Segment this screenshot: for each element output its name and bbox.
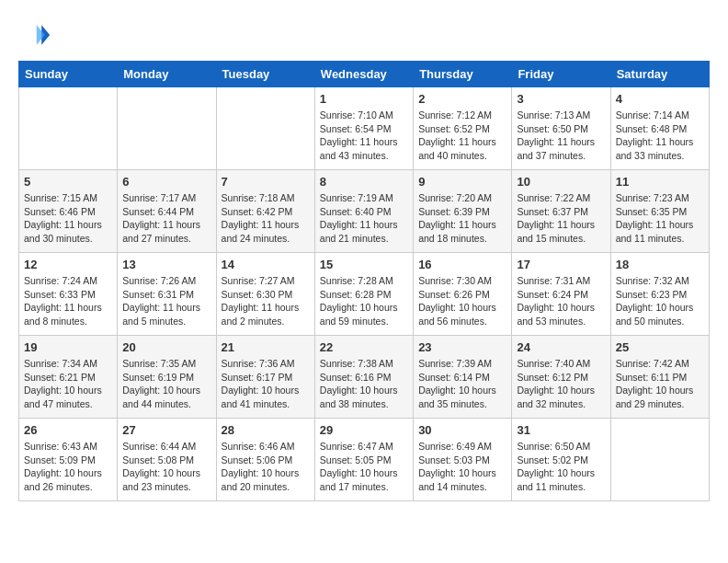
calendar-cell: 3Sunrise: 7:13 AM Sunset: 6:50 PM Daylig…	[512, 87, 610, 170]
calendar-cell: 16Sunrise: 7:30 AM Sunset: 6:26 PM Dayli…	[414, 253, 512, 336]
day-info: Sunrise: 7:19 AM Sunset: 6:40 PM Dayligh…	[320, 191, 408, 246]
weekday-header-sunday: Sunday	[19, 62, 118, 87]
calendar-cell: 19Sunrise: 7:34 AM Sunset: 6:21 PM Dayli…	[19, 336, 118, 419]
day-number: 26	[24, 423, 112, 437]
logo-icon	[18, 18, 51, 52]
week-row-3: 12Sunrise: 7:24 AM Sunset: 6:33 PM Dayli…	[19, 253, 710, 336]
calendar-cell: 13Sunrise: 7:26 AM Sunset: 6:31 PM Dayli…	[118, 253, 216, 336]
day-number: 3	[517, 92, 605, 106]
day-info: Sunrise: 6:49 AM Sunset: 5:03 PM Dayligh…	[418, 440, 506, 494]
day-info: Sunrise: 7:15 AM Sunset: 6:46 PM Dayligh…	[24, 191, 112, 246]
weekday-header-thursday: Thursday	[414, 62, 512, 87]
day-number: 12	[24, 258, 112, 271]
day-info: Sunrise: 7:18 AM Sunset: 6:42 PM Dayligh…	[222, 191, 310, 246]
day-info: Sunrise: 7:32 AM Sunset: 6:23 PM Dayligh…	[616, 274, 704, 328]
calendar-cell: 12Sunrise: 7:24 AM Sunset: 6:33 PM Dayli…	[19, 253, 118, 336]
day-info: Sunrise: 6:46 AM Sunset: 5:06 PM Dayligh…	[222, 440, 310, 494]
weekday-header-wednesday: Wednesday	[314, 62, 413, 87]
calendar-cell: 31Sunrise: 6:50 AM Sunset: 5:02 PM Dayli…	[512, 419, 610, 501]
day-info: Sunrise: 7:28 AM Sunset: 6:28 PM Dayligh…	[320, 274, 408, 328]
page-header	[18, 18, 710, 52]
day-number: 27	[122, 423, 210, 437]
day-info: Sunrise: 7:39 AM Sunset: 6:14 PM Dayligh…	[418, 357, 506, 411]
calendar-cell: 17Sunrise: 7:31 AM Sunset: 6:24 PM Dayli…	[512, 253, 610, 336]
calendar-cell: 6Sunrise: 7:17 AM Sunset: 6:44 PM Daylig…	[118, 170, 216, 253]
calendar-cell: 27Sunrise: 6:44 AM Sunset: 5:08 PM Dayli…	[118, 419, 216, 501]
day-info: Sunrise: 7:14 AM Sunset: 6:48 PM Dayligh…	[616, 109, 704, 163]
day-info: Sunrise: 7:10 AM Sunset: 6:54 PM Dayligh…	[320, 109, 408, 163]
calendar-cell	[216, 87, 314, 170]
weekday-header-saturday: Saturday	[610, 62, 709, 87]
day-number: 17	[517, 258, 605, 271]
calendar-cell: 25Sunrise: 7:42 AM Sunset: 6:11 PM Dayli…	[610, 336, 709, 419]
calendar-cell	[19, 87, 118, 170]
calendar-cell	[610, 419, 709, 501]
calendar-cell: 14Sunrise: 7:27 AM Sunset: 6:30 PM Dayli…	[216, 253, 314, 336]
day-number: 2	[418, 92, 506, 106]
calendar-cell: 24Sunrise: 7:40 AM Sunset: 6:12 PM Dayli…	[512, 336, 610, 419]
logo	[18, 18, 55, 52]
day-info: Sunrise: 7:36 AM Sunset: 6:17 PM Dayligh…	[222, 357, 310, 411]
day-number: 5	[24, 175, 112, 189]
day-number: 13	[122, 258, 210, 271]
calendar-cell: 18Sunrise: 7:32 AM Sunset: 6:23 PM Dayli…	[610, 253, 709, 336]
day-info: Sunrise: 7:30 AM Sunset: 6:26 PM Dayligh…	[418, 274, 506, 328]
day-number: 10	[517, 175, 605, 189]
day-number: 25	[616, 340, 704, 354]
calendar-cell: 2Sunrise: 7:12 AM Sunset: 6:52 PM Daylig…	[414, 87, 512, 170]
calendar-cell: 21Sunrise: 7:36 AM Sunset: 6:17 PM Dayli…	[216, 336, 314, 419]
calendar-cell: 20Sunrise: 7:35 AM Sunset: 6:19 PM Dayli…	[118, 336, 216, 419]
week-row-4: 19Sunrise: 7:34 AM Sunset: 6:21 PM Dayli…	[19, 336, 710, 419]
calendar-cell: 22Sunrise: 7:38 AM Sunset: 6:16 PM Dayli…	[314, 336, 413, 419]
day-info: Sunrise: 7:13 AM Sunset: 6:50 PM Dayligh…	[517, 109, 605, 163]
weekday-header-row: SundayMondayTuesdayWednesdayThursdayFrid…	[19, 62, 710, 87]
day-info: Sunrise: 7:38 AM Sunset: 6:16 PM Dayligh…	[320, 357, 408, 411]
day-info: Sunrise: 7:12 AM Sunset: 6:52 PM Dayligh…	[418, 109, 506, 163]
day-number: 29	[320, 423, 408, 437]
calendar-table: SundayMondayTuesdayWednesdayThursdayFrid…	[18, 61, 710, 501]
day-number: 4	[616, 92, 704, 106]
day-info: Sunrise: 7:17 AM Sunset: 6:44 PM Dayligh…	[122, 191, 210, 246]
calendar-cell: 28Sunrise: 6:46 AM Sunset: 5:06 PM Dayli…	[216, 419, 314, 501]
week-row-2: 5Sunrise: 7:15 AM Sunset: 6:46 PM Daylig…	[19, 170, 710, 253]
day-info: Sunrise: 6:44 AM Sunset: 5:08 PM Dayligh…	[122, 440, 210, 494]
day-number: 28	[222, 423, 310, 437]
day-number: 9	[418, 175, 506, 189]
day-number: 7	[222, 175, 310, 189]
calendar-cell: 9Sunrise: 7:20 AM Sunset: 6:39 PM Daylig…	[414, 170, 512, 253]
calendar-cell: 5Sunrise: 7:15 AM Sunset: 6:46 PM Daylig…	[19, 170, 118, 253]
calendar-cell: 29Sunrise: 6:47 AM Sunset: 5:05 PM Dayli…	[314, 419, 413, 501]
day-number: 15	[320, 258, 408, 271]
day-info: Sunrise: 7:27 AM Sunset: 6:30 PM Dayligh…	[222, 274, 310, 328]
week-row-1: 1Sunrise: 7:10 AM Sunset: 6:54 PM Daylig…	[19, 87, 710, 170]
day-info: Sunrise: 7:31 AM Sunset: 6:24 PM Dayligh…	[517, 274, 605, 328]
day-info: Sunrise: 6:50 AM Sunset: 5:02 PM Dayligh…	[517, 440, 605, 494]
day-number: 24	[517, 340, 605, 354]
day-info: Sunrise: 7:24 AM Sunset: 6:33 PM Dayligh…	[24, 274, 112, 328]
day-info: Sunrise: 7:26 AM Sunset: 6:31 PM Dayligh…	[122, 274, 210, 328]
calendar-cell: 26Sunrise: 6:43 AM Sunset: 5:09 PM Dayli…	[19, 419, 118, 501]
day-number: 16	[418, 258, 506, 271]
calendar-cell: 23Sunrise: 7:39 AM Sunset: 6:14 PM Dayli…	[414, 336, 512, 419]
calendar-cell: 10Sunrise: 7:22 AM Sunset: 6:37 PM Dayli…	[512, 170, 610, 253]
calendar-cell: 7Sunrise: 7:18 AM Sunset: 6:42 PM Daylig…	[216, 170, 314, 253]
day-number: 22	[320, 340, 408, 354]
day-number: 18	[616, 258, 704, 271]
day-number: 30	[418, 423, 506, 437]
day-info: Sunrise: 7:22 AM Sunset: 6:37 PM Dayligh…	[517, 191, 605, 246]
day-info: Sunrise: 7:34 AM Sunset: 6:21 PM Dayligh…	[24, 357, 112, 411]
day-info: Sunrise: 7:40 AM Sunset: 6:12 PM Dayligh…	[517, 357, 605, 411]
week-row-5: 26Sunrise: 6:43 AM Sunset: 5:09 PM Dayli…	[19, 419, 710, 501]
weekday-header-monday: Monday	[118, 62, 216, 87]
day-number: 21	[222, 340, 310, 354]
calendar-cell: 11Sunrise: 7:23 AM Sunset: 6:35 PM Dayli…	[610, 170, 709, 253]
day-info: Sunrise: 7:20 AM Sunset: 6:39 PM Dayligh…	[418, 191, 506, 246]
day-number: 23	[418, 340, 506, 354]
calendar-cell: 30Sunrise: 6:49 AM Sunset: 5:03 PM Dayli…	[414, 419, 512, 501]
day-info: Sunrise: 6:43 AM Sunset: 5:09 PM Dayligh…	[24, 440, 112, 494]
calendar-cell: 1Sunrise: 7:10 AM Sunset: 6:54 PM Daylig…	[314, 87, 413, 170]
day-number: 1	[320, 92, 408, 106]
weekday-header-friday: Friday	[512, 62, 610, 87]
day-info: Sunrise: 7:42 AM Sunset: 6:11 PM Dayligh…	[616, 357, 704, 411]
day-info: Sunrise: 7:23 AM Sunset: 6:35 PM Dayligh…	[616, 191, 704, 246]
